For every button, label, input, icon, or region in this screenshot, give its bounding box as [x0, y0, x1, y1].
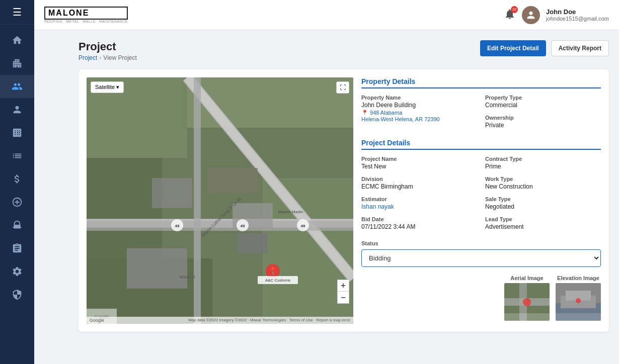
property-details-grid: Property Name John Deere Building 📍 948 …	[361, 95, 601, 129]
map-data-text: Map data ©2022 Imagery ©2022 · Maxar Tec…	[188, 318, 350, 323]
aerial-thumbnail-svg	[504, 283, 550, 321]
project-details-title: Project Details	[361, 139, 601, 150]
building-icon	[12, 58, 23, 69]
shield-icon	[12, 289, 23, 300]
aerial-image-label: Aerial Image	[510, 275, 543, 281]
svg-text:49: 49	[241, 224, 245, 228]
contract-type-label: Contract Type	[485, 156, 601, 162]
header-actions: Edit Project Detail Activity Report	[480, 40, 609, 56]
elevation-image-label: Elevation Image	[557, 275, 599, 281]
svg-rect-12	[127, 248, 187, 289]
contract-type-value: Prime	[485, 163, 601, 170]
svg-text:Sharon Martin: Sharon Martin	[278, 210, 303, 214]
sidebar-item-crane[interactable]	[0, 191, 34, 214]
zoom-in-button[interactable]: +	[337, 280, 349, 292]
page-title-area: Project Project › View Project	[79, 40, 137, 61]
elevation-image-block: Elevation Image	[556, 275, 601, 321]
division-value: ECMC Birmingham	[361, 183, 477, 190]
project-name-value: Test New	[361, 163, 477, 170]
main-content: Project Project › View Project Edit Proj…	[68, 30, 619, 364]
svg-text:A&C Customs: A&C Customs	[265, 278, 290, 283]
property-type-value: Commercial	[485, 102, 601, 109]
map-zoom-controls: + −	[337, 280, 349, 304]
fullscreen-button[interactable]: ⛶	[336, 81, 349, 94]
images-row: Aerial Image Elevation Image	[361, 275, 601, 321]
division-label: Division	[361, 176, 477, 182]
status-select[interactable]: Bidding Active Completed On Hold Cancell…	[361, 249, 601, 267]
svg-rect-3	[87, 158, 162, 258]
aerial-image-thumb[interactable]	[504, 283, 550, 321]
sidebar-item-project[interactable]	[0, 75, 34, 98]
lead-type-label: Lead Type	[485, 216, 601, 222]
property-details-title: Property Details	[361, 77, 601, 88]
details-panel: Property Details Property Name John Deer…	[361, 77, 601, 324]
zoom-out-button[interactable]: −	[337, 292, 349, 304]
work-type-value: New Construction	[485, 183, 601, 190]
user-name: John Doe	[546, 8, 609, 16]
sidebar-item-home[interactable]	[0, 29, 34, 52]
sidebar-item-helmet[interactable]	[0, 214, 34, 237]
sidebar-item-dollar[interactable]	[0, 167, 34, 191]
work-type-item: Work Type New Construction	[485, 176, 601, 190]
chart-icon	[12, 150, 23, 161]
edit-project-button[interactable]: Edit Project Detail	[480, 40, 546, 56]
property-type-item: Property Type Commercial Ownership Priva…	[485, 95, 601, 129]
elevation-image-thumb[interactable]	[556, 283, 601, 321]
sidebar-item-clipboard[interactable]	[0, 237, 34, 260]
division-item: Division ECMC Birmingham	[361, 176, 477, 190]
aerial-image-block: Aerial Image	[504, 275, 550, 321]
crane-icon	[12, 197, 23, 208]
svg-text:📍: 📍	[269, 267, 278, 276]
map-google-label: Google	[90, 318, 104, 323]
svg-rect-13	[238, 233, 268, 253]
satellite-button[interactable]: Satellite ▾	[91, 81, 124, 93]
logo: MALONE ROOFING · METAL · WALLS · MAINTEN…	[44, 7, 128, 23]
sidebar-item-building[interactable]	[0, 52, 34, 75]
project-card: 49 49 49 Martin Luther King Jr Dr W West…	[79, 69, 609, 332]
svg-point-41	[576, 298, 581, 303]
estimator-item: Estimator Ishan nayak	[361, 196, 477, 210]
contract-type-item: Contract Type Prime	[485, 156, 601, 170]
breadcrumb-root[interactable]: Project	[79, 54, 97, 61]
sidebar-item-chart[interactable]	[0, 144, 34, 167]
sale-type-item: Sale Type Negotiated	[485, 196, 601, 210]
user-info: John Doe johndoe1515@gmail.com	[546, 8, 609, 22]
hamburger-icon[interactable]: ☰	[13, 6, 22, 18]
project-name-item: Project Name Test New	[361, 156, 477, 170]
svg-rect-14	[152, 178, 192, 208]
property-type-label: Property Type	[485, 95, 601, 101]
home-icon	[12, 35, 23, 46]
address-line2[interactable]: Helena-West Helena, AR 72390	[361, 116, 477, 122]
breadcrumb: Project › View Project	[79, 54, 137, 61]
sidebar-item-people[interactable]	[0, 98, 34, 121]
estimator-value[interactable]: Ishan nayak	[361, 203, 477, 210]
elevation-thumbnail-svg	[556, 283, 601, 321]
map-attribution: Google Map data ©2022 Imagery ©2022 · Ma…	[87, 317, 353, 324]
notifications-button[interactable]: 10	[504, 8, 516, 22]
breadcrumb-separator: ›	[99, 54, 101, 61]
sidebar-item-settings[interactable]	[0, 260, 34, 283]
lead-type-item: Lead Type Advertisement	[485, 216, 601, 230]
page-header: Project Project › View Project Edit Proj…	[79, 40, 609, 61]
sidebar-item-shield[interactable]	[0, 283, 34, 306]
property-name-label: Property Name	[361, 95, 477, 101]
address-line1[interactable]: 📍 948 Alabama	[361, 110, 477, 116]
sidebar-item-calculator[interactable]	[0, 121, 34, 144]
map-container: 49 49 49 Martin Luther King Jr Dr W West…	[87, 77, 353, 324]
svg-text:49: 49	[301, 224, 305, 228]
breadcrumb-current: View Project	[103, 54, 136, 61]
sidebar-header: ☰	[0, 0, 34, 25]
bid-date-item: Bid Date 07/11/2022 3:44 AM	[361, 216, 477, 230]
svg-text:West St: West St	[179, 275, 195, 280]
map-background: 49 49 49 Martin Luther King Jr Dr W West…	[87, 77, 353, 324]
project-icon	[12, 81, 23, 92]
status-row: Status Bidding Active Completed On Hold …	[361, 240, 601, 267]
avatar	[522, 6, 540, 24]
activity-report-button[interactable]: Activity Report	[551, 40, 609, 56]
calculator-icon	[12, 127, 23, 138]
bid-date-value: 07/11/2022 3:44 AM	[361, 223, 477, 230]
svg-rect-36	[504, 313, 550, 321]
logo-text: MALONE	[44, 7, 128, 20]
sale-type-value: Negotiated	[485, 203, 601, 210]
status-label: Status	[361, 240, 601, 246]
